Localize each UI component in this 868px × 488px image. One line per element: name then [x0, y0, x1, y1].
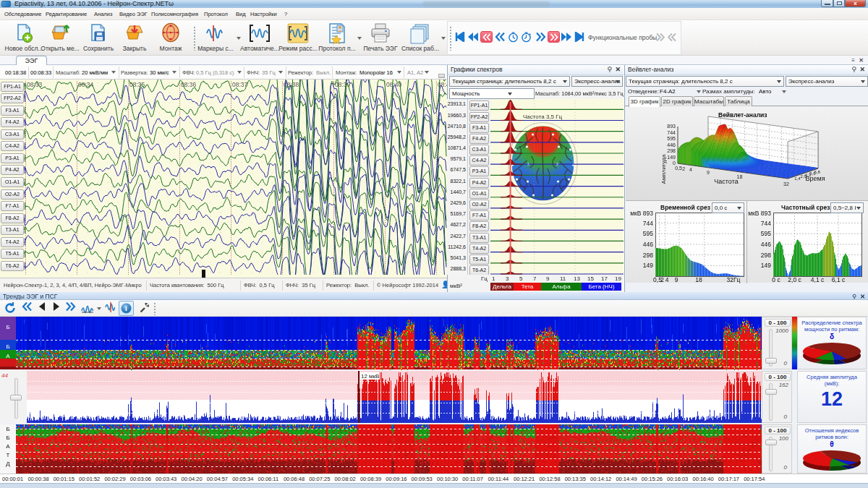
svg-text:i: i — [125, 304, 127, 312]
